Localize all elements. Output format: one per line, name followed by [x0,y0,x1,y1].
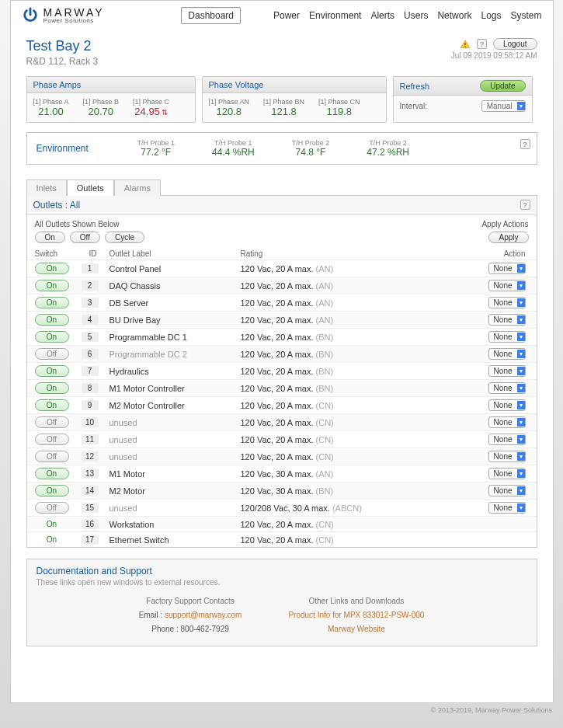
outlet-action-select[interactable]: None▾ [488,502,526,514]
outlet-action-select[interactable]: None▾ [488,416,526,428]
batch-off-button[interactable]: Off [70,232,100,243]
nav-system[interactable]: System [510,10,541,21]
outlet-switch-button[interactable]: On [35,297,69,308]
help-icon[interactable]: ? [477,39,487,49]
outlet-action-select[interactable]: None▾ [488,314,526,326]
outlet-action-select[interactable]: None▾ [488,365,526,377]
docs-panel: Documentation and Support These links op… [26,559,537,646]
col-id: ID [82,249,105,258]
outlet-phase: (BN) [316,384,334,393]
refresh-panel: Refresh Update Interval: Manual▾ [393,76,533,123]
outlet-phase: (CN) [316,520,334,529]
outlet-phase: (BN) [316,350,334,359]
outlet-switch-button[interactable]: Off [35,348,69,360]
outlet-switch-button[interactable]: On [35,314,69,326]
outlet-id: 12 [82,451,99,462]
outlet-action-select[interactable]: None▾ [488,485,526,496]
outlet-switch-button[interactable]: On [35,399,69,411]
outlet-switch-button[interactable]: On [35,280,69,291]
outlet-rating: 120 Vac, 20 A max. [241,264,314,273]
interval-select[interactable]: Manual▾ [481,100,526,112]
outlet-switch-button[interactable]: On [35,365,69,377]
outlet-rating: 120 Vac, 20 A max. [241,452,314,462]
update-button[interactable]: Update [480,80,525,92]
product-info-link[interactable]: Product Info for MPX 833012-PSW-000 [288,611,424,619]
outlet-switch-button[interactable]: On [35,263,69,274]
outlet-id: 8 [82,383,99,393]
outlet-phase: (AN) [316,298,334,308]
docs-title: Documentation and Support [36,566,527,576]
outlet-row: On1Control Panel120 Vac, 20 A max. (AN)N… [27,260,537,277]
nav-logs[interactable]: Logs [481,10,501,21]
phase-amps-panel: Phase Amps [1] Phase A21.00[1] Phase B20… [26,76,196,123]
tab-alarms[interactable]: Alarms [114,179,161,196]
logout-button[interactable]: Logout [493,38,537,50]
nav-alerts[interactable]: Alerts [370,10,394,21]
outlet-switch-button[interactable]: On [35,331,69,343]
outlet-action-select[interactable]: None▾ [488,297,526,308]
outlet-action-select[interactable]: None▾ [488,331,526,343]
outlet-switch-button[interactable]: Off [35,451,69,462]
outlet-row: On3DB Server120 Vac, 20 A max. (AN)None▾ [27,294,537,311]
outlet-action-select[interactable]: None▾ [488,434,526,445]
environment-panel: Environment T/H Probe 177.2 °FT/H Probe … [26,132,537,165]
outlet-action-select[interactable]: None▾ [488,468,526,479]
tab-inlets[interactable]: Inlets [26,179,67,196]
outlet-action-select[interactable]: None▾ [488,451,526,462]
outlet-rating: 120 Vac, 20 A max. [241,367,314,376]
outlet-id: 5 [82,332,99,342]
outlet-action-select[interactable]: None▾ [488,399,526,411]
outlet-switch-state: On [35,520,69,528]
outlet-rating: 120 Vac, 20 A max. [241,333,314,342]
outlet-id: 10 [82,417,99,427]
outlet-action-select[interactable]: None▾ [488,348,526,360]
phase-volt-metric: [1] Phase CN119.8 [318,98,360,117]
outlet-rating: 120 Vac, 20 A max. [241,418,314,427]
outlet-rating: 120 Vac, 20 A max. [241,281,314,291]
nav-power[interactable]: Power [273,10,300,21]
outlet-phase: (BN) [316,367,334,376]
outlet-label: Control Panel [109,264,162,273]
environment-title: Environment [36,143,106,154]
nav-network[interactable]: Network [437,10,471,21]
outlet-phase: (AN) [316,469,334,479]
batch-cycle-button[interactable]: Cycle [105,232,144,243]
outlet-row: On14M2 Motor120 Vac, 30 A max. (BN)None▾ [27,482,537,499]
outlet-switch-button[interactable]: On [35,468,69,479]
env-metric: T/H Probe 274.8 °F [292,139,330,158]
outlet-switch-button[interactable]: Off [35,416,69,428]
outlet-id: 11 [82,434,99,444]
help-icon[interactable]: ? [520,200,530,210]
outlet-rating: 120 Vac, 20 A max. [241,384,314,393]
brand-name: MARWAY [43,7,105,18]
outlet-action-select[interactable]: None▾ [488,263,526,274]
outlet-row: On8M1 Motor Controller120 Vac, 20 A max.… [27,379,537,396]
outlet-phase: (CN) [316,401,334,410]
outlet-switch-button[interactable]: Off [35,502,69,514]
outlet-row: On5Programmable DC 1120 Vac, 20 A max. (… [27,328,537,345]
outlet-switch-button[interactable]: Off [35,434,69,445]
outlet-action-select[interactable]: None▾ [488,280,526,291]
apply-button[interactable]: Apply [488,232,528,243]
phase-amp-metric: [1] Phase C24.95⇅ [133,98,169,117]
batch-on-button[interactable]: On [35,232,65,243]
nav-users[interactable]: Users [404,10,428,21]
outlet-switch-button[interactable]: On [35,382,69,394]
outlet-action-select[interactable]: None▾ [488,382,526,394]
outlet-rating: 120 Vac, 20 A max. [241,350,314,359]
support-email-link[interactable]: support@marway.com [165,611,242,619]
tab-outlets[interactable]: Outlets [67,179,114,196]
outlet-switch-button[interactable]: On [35,485,69,496]
outlet-id: 13 [82,468,99,479]
outlet-label: M1 Motor Controller [109,384,185,393]
outlet-label: M2 Motor Controller [109,401,185,410]
col-action: Action [419,249,529,258]
outlet-rating: 120 Vac, 30 A max. [241,469,314,479]
outlet-phase: (AN) [316,315,334,325]
marway-site-link[interactable]: Marway Website [328,625,385,633]
env-metric: T/H Probe 144.4 %RH [212,139,255,158]
help-icon[interactable]: ? [520,139,530,149]
nav-environment[interactable]: Environment [309,10,361,21]
nav-dashboard[interactable]: Dashboard [181,7,241,24]
outlet-id: 2 [82,280,99,291]
